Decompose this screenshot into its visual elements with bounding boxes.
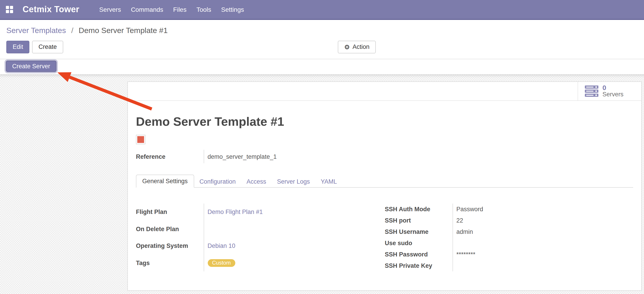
right-field-group: SSH Auth Mode Password SSH port 22 SSH U… bbox=[385, 204, 633, 271]
field-label: Operating System bbox=[136, 237, 204, 254]
edit-button[interactable]: Edit bbox=[6, 41, 30, 53]
action-button-label: Action bbox=[352, 43, 370, 51]
left-field-group: Flight Plan Demo Flight Plan #1 On Delet… bbox=[136, 204, 385, 271]
server-stack-icon bbox=[585, 85, 598, 97]
field-value: admin bbox=[452, 226, 633, 237]
field-row: Use sudo bbox=[385, 237, 633, 249]
action-button[interactable]: ⚙ Action bbox=[338, 41, 376, 53]
field-label: Use sudo bbox=[385, 237, 452, 249]
nav-item-files[interactable]: Files bbox=[168, 0, 192, 19]
apps-grid-icon-svg bbox=[6, 6, 13, 13]
create-server-button[interactable]: Create Server bbox=[6, 61, 56, 72]
tab-content-general-settings: Flight Plan Demo Flight Plan #1 On Delet… bbox=[136, 188, 633, 271]
breadcrumb-separator: / bbox=[71, 26, 73, 35]
field-value: demo_server_template_1 bbox=[204, 150, 307, 163]
field-label: SSH Private Key bbox=[385, 260, 452, 271]
field-row: Reference demo_server_template_1 bbox=[136, 150, 307, 163]
tab-general-settings[interactable]: General Settings bbox=[136, 175, 194, 188]
tab-server-logs[interactable]: Server Logs bbox=[272, 176, 316, 188]
servers-stat-text: 0 Servers bbox=[602, 84, 624, 98]
app-window: Cetmix Tower Servers Commands Files Tool… bbox=[0, 0, 644, 294]
flight-plan-link[interactable]: Demo Flight Plan #1 bbox=[208, 209, 263, 216]
tab-yaml[interactable]: YAML bbox=[315, 176, 342, 188]
field-value bbox=[204, 220, 385, 237]
stat-button-box: 0 Servers bbox=[128, 82, 641, 101]
tag-badge: Custom bbox=[208, 259, 235, 267]
breadcrumb: Server Templates / Demo Server Template … bbox=[6, 26, 644, 36]
tab-access[interactable]: Access bbox=[241, 176, 272, 188]
form-view-background: 0 Servers Demo Server Template #1 Refere… bbox=[0, 75, 644, 294]
field-value bbox=[452, 260, 633, 271]
servers-stat-button[interactable]: 0 Servers bbox=[578, 82, 641, 100]
field-value bbox=[452, 237, 633, 249]
field-row: SSH port 22 bbox=[385, 215, 633, 226]
control-buttons: Edit Create bbox=[6, 41, 644, 53]
breadcrumb-parent-link[interactable]: Server Templates bbox=[6, 26, 66, 35]
field-label: SSH Auth Mode bbox=[385, 204, 452, 215]
field-value: 22 bbox=[452, 215, 633, 226]
field-label: SSH port bbox=[385, 215, 452, 226]
form-sheet: 0 Servers Demo Server Template #1 Refere… bbox=[127, 81, 642, 291]
field-label: On Delete Plan bbox=[136, 220, 204, 237]
notebook-tabs: General Settings Configuration Access Se… bbox=[136, 174, 633, 188]
object-toolbar: Create Server bbox=[0, 59, 644, 75]
app-brand[interactable]: Cetmix Tower bbox=[22, 5, 79, 15]
control-panel: Server Templates / Demo Server Template … bbox=[0, 20, 644, 59]
field-row: Flight Plan Demo Flight Plan #1 bbox=[136, 204, 385, 220]
servers-count: 0 bbox=[602, 84, 624, 91]
field-row: Tags Custom bbox=[136, 254, 385, 271]
field-label: Reference bbox=[136, 150, 204, 163]
field-label: SSH Username bbox=[385, 226, 452, 237]
field-label: Flight Plan bbox=[136, 204, 204, 220]
field-value: Password bbox=[452, 204, 633, 215]
tab-configuration[interactable]: Configuration bbox=[194, 176, 241, 188]
apps-grid-icon[interactable] bbox=[6, 6, 13, 13]
field-row: SSH Password ******** bbox=[385, 249, 633, 260]
nav-item-servers[interactable]: Servers bbox=[94, 0, 126, 19]
top-navbar: Cetmix Tower Servers Commands Files Tool… bbox=[0, 0, 644, 20]
record-title: Demo Server Template #1 bbox=[136, 115, 633, 129]
nav-item-commands[interactable]: Commands bbox=[126, 0, 168, 19]
field-row: SSH Username admin bbox=[385, 226, 633, 237]
field-row: SSH Auth Mode Password bbox=[385, 204, 633, 215]
create-button[interactable]: Create bbox=[32, 41, 63, 53]
nav-item-settings[interactable]: Settings bbox=[216, 0, 249, 19]
field-label: SSH Password bbox=[385, 249, 452, 260]
field-row: Operating System Debian 10 bbox=[136, 237, 385, 254]
nav-item-tools[interactable]: Tools bbox=[192, 0, 216, 19]
field-label: Tags bbox=[136, 254, 204, 271]
servers-label: Servers bbox=[602, 92, 624, 98]
reference-group: Reference demo_server_template_1 bbox=[136, 150, 307, 163]
field-row: SSH Private Key bbox=[385, 260, 633, 271]
color-swatch bbox=[136, 135, 146, 144]
sheet-body: Demo Server Template #1 Reference demo_s… bbox=[128, 115, 641, 271]
gear-icon: ⚙ bbox=[344, 44, 350, 50]
breadcrumb-current: Demo Server Template #1 bbox=[78, 26, 168, 35]
operating-system-link[interactable]: Debian 10 bbox=[208, 243, 235, 249]
field-value: ******** bbox=[452, 249, 633, 260]
field-row: On Delete Plan bbox=[136, 220, 385, 237]
